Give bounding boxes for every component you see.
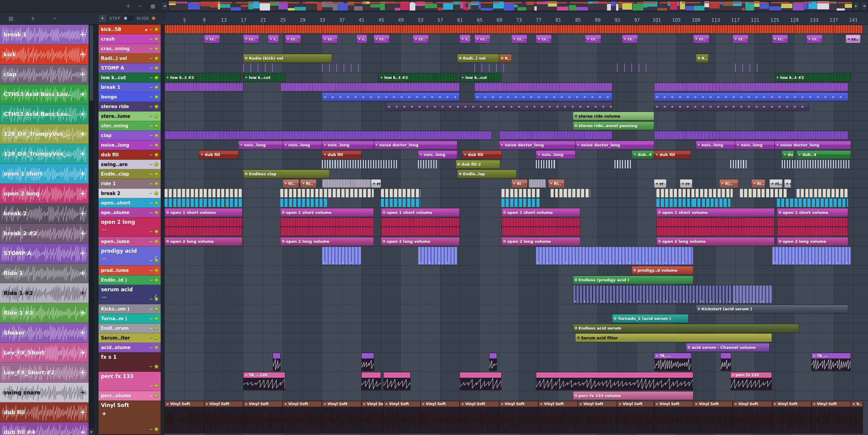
picker-item[interactable]: Ride 1 #2 (0, 283, 89, 303)
clip[interactable]: »»»»»»»»»»»»»»»»»»»»»»»»»»»»»»»» (386, 102, 612, 110)
clip[interactable] (536, 372, 693, 390)
picker-item[interactable]: Lev_FX_Short (0, 343, 89, 363)
clip[interactable]: »rr (680, 179, 692, 188)
clip[interactable]: Serum acid filter (575, 333, 772, 342)
clip[interactable] (536, 247, 693, 265)
clip[interactable]: »c.. (460, 35, 470, 43)
clip[interactable]: »»»»»»»»»»»»»»»»»»»»»» (654, 102, 809, 110)
clip[interactable]: »»»»»»»»»»»»»»»»»»»» (474, 93, 612, 101)
clip[interactable] (322, 64, 361, 72)
picker-item[interactable]: open 1 short (0, 164, 89, 184)
enable-led[interactable] (155, 182, 158, 186)
clip[interactable]: open 2 long volume (656, 237, 775, 245)
track-header[interactable]: ride 1~ (98, 179, 161, 189)
clip[interactable]: Turnado_2 (acid serum ) (612, 314, 688, 323)
clip[interactable]: stereo ride..annel panning (573, 122, 654, 130)
clip[interactable]: open 1 short volume (777, 208, 848, 216)
clip[interactable] (164, 83, 243, 91)
arrangement-minimap[interactable] (168, 1, 852, 11)
clip[interactable] (654, 83, 848, 91)
clip[interactable]: »nois..long (536, 150, 575, 159)
enable-led[interactable] (155, 327, 158, 330)
clip[interactable] (418, 247, 458, 265)
clip[interactable]: »Vinyl Soft (693, 401, 733, 434)
clip[interactable]: »c.. (268, 35, 279, 43)
clip[interactable] (501, 189, 541, 197)
scrollbar-thumb[interactable] (90, 25, 93, 101)
slur-icon[interactable]: ~ (138, 3, 143, 9)
clip[interactable]: »Vinyl Soft (499, 401, 538, 434)
clip[interactable]: »c.. (356, 35, 367, 43)
clip[interactable] (280, 218, 374, 236)
track-header[interactable]: stereo ride~ (98, 102, 161, 111)
playlist-grid[interactable]: »cr..»cr..»c..»cr..»cr..»c..»cr..»cr..»c… (164, 25, 868, 435)
clip[interactable]: »Vinyl Soft (811, 401, 851, 434)
grid-icon[interactable]: ▦ (150, 3, 155, 9)
clip[interactable]: »dub fill (322, 150, 361, 159)
clip[interactable]: »cr.. (585, 35, 601, 43)
slide-label[interactable]: SLIDE (136, 16, 150, 21)
track-header[interactable]: Radi..) vol~ (98, 54, 161, 63)
track-header[interactable]: acid..olume~ (98, 343, 161, 353)
clip[interactable] (499, 131, 612, 139)
clip[interactable]: »Vinyl Soft (164, 401, 204, 434)
clip[interactable]: »low k..t #2 (164, 73, 241, 81)
track-header[interactable]: swing..are~ (98, 160, 161, 169)
detach-icon[interactable]: + (126, 3, 130, 9)
track-header[interactable]: crash~ (98, 34, 161, 44)
scroll-down-button[interactable]: ▼ (89, 429, 94, 435)
clip[interactable]: »R).. (719, 179, 738, 188)
clip[interactable] (322, 160, 398, 168)
clip[interactable]: »dub..4 (632, 150, 654, 159)
clip[interactable]: Endless acid serum (573, 324, 799, 332)
clip[interactable]: Radio (kick) vol (243, 54, 332, 62)
clip[interactable]: »»»»»»»»»»»»»»»»»»»»»»»»»»» (654, 93, 848, 101)
enable-led[interactable] (155, 240, 158, 243)
enable-led[interactable] (155, 211, 158, 214)
clip[interactable] (164, 25, 863, 33)
clip[interactable]: »Vinyl Soft (460, 401, 499, 434)
enable-led[interactable] (155, 365, 158, 368)
clip[interactable] (656, 199, 693, 207)
clip[interactable]: »cr.. (474, 35, 490, 43)
clip[interactable]: »cr.. (413, 35, 429, 43)
enable-led[interactable] (155, 297, 158, 301)
clip[interactable] (273, 353, 281, 371)
clip[interactable] (573, 285, 733, 303)
picker-item[interactable]: dub fill (0, 402, 89, 422)
clip[interactable]: »V.. (851, 401, 863, 434)
clip[interactable] (730, 160, 747, 168)
picker-item[interactable]: kick (0, 44, 89, 64)
clip[interactable]: »Vinyl Soft (733, 401, 772, 434)
clip[interactable]: »noise doctor_long (499, 141, 575, 149)
clip[interactable]: »cr.. (772, 35, 788, 43)
picker-item[interactable]: break 1 (0, 25, 89, 44)
enable-led[interactable] (155, 384, 158, 388)
clip[interactable]: »»»»»»»»»»»»»»»»»»»» (322, 93, 460, 101)
clip[interactable] (656, 189, 733, 197)
clip[interactable]: »r).. (770, 179, 782, 188)
track-header[interactable]: stere..lume~ (98, 111, 161, 121)
enable-led[interactable] (155, 105, 158, 108)
clip[interactable]: open 2 long volume (777, 237, 848, 245)
track-header[interactable]: Serum..lter~ (98, 333, 161, 343)
clip[interactable] (164, 189, 242, 197)
clip[interactable]: Kickstart (acid serum ) (696, 305, 848, 313)
clip[interactable] (720, 353, 731, 371)
crosshair-icon[interactable]: + (31, 15, 35, 22)
clip[interactable]: open 1 short volume (164, 208, 242, 216)
enable-led[interactable] (155, 428, 158, 431)
enable-led[interactable] (155, 163, 158, 166)
clip[interactable] (615, 160, 632, 168)
enable-led[interactable] (155, 28, 158, 31)
clip[interactable] (733, 285, 772, 303)
clip[interactable] (529, 179, 546, 188)
enable-led[interactable] (155, 134, 158, 137)
clip[interactable]: »noise doctor_long (775, 141, 851, 149)
clip[interactable]: open 2 long volume (164, 237, 242, 245)
picker-item[interactable]: break 2 #2 (0, 224, 89, 243)
picker-item[interactable]: break 2 (0, 204, 89, 224)
clip[interactable] (322, 247, 361, 265)
clip[interactable]: prodigy..d volume (632, 266, 693, 274)
enable-led[interactable] (155, 201, 158, 205)
